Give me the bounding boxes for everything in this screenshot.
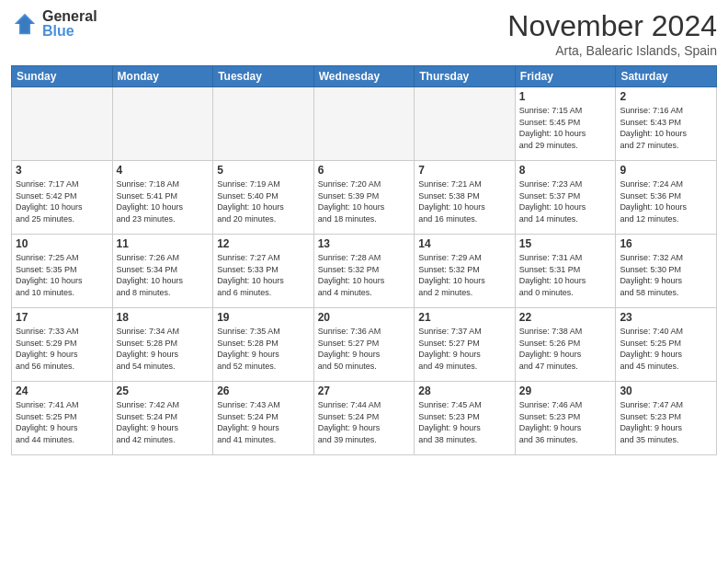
day-info: Sunrise: 7:36 AM Sunset: 5:27 PM Dayligh… (318, 326, 411, 372)
day-info: Sunrise: 7:47 AM Sunset: 5:23 PM Dayligh… (620, 399, 712, 445)
calendar-cell: 10Sunrise: 7:25 AM Sunset: 5:35 PM Dayli… (12, 235, 113, 308)
header: General Blue November 2024 Arta, Baleari… (11, 9, 717, 58)
th-wednesday: Wednesday (313, 66, 415, 87)
day-number: 24 (16, 385, 108, 397)
day-info: Sunrise: 7:44 AM Sunset: 5:24 PM Dayligh… (318, 399, 411, 445)
day-number: 19 (217, 311, 310, 324)
th-sunday: Sunday (12, 66, 113, 87)
day-number: 6 (318, 164, 411, 177)
day-info: Sunrise: 7:16 AM Sunset: 5:43 PM Dayligh… (620, 105, 712, 151)
day-info: Sunrise: 7:27 AM Sunset: 5:33 PM Dayligh… (217, 252, 310, 298)
calendar-cell: 15Sunrise: 7:31 AM Sunset: 5:31 PM Dayli… (515, 235, 616, 308)
calendar-cell (415, 87, 516, 161)
calendar-cell: 21Sunrise: 7:37 AM Sunset: 5:27 PM Dayli… (415, 308, 516, 382)
title-block: November 2024 Arta, Balearic Islands, Sp… (507, 9, 717, 58)
calendar-cell: 2Sunrise: 7:16 AM Sunset: 5:43 PM Daylig… (616, 87, 717, 161)
day-number: 20 (318, 311, 411, 324)
day-number: 22 (519, 311, 612, 324)
day-info: Sunrise: 7:34 AM Sunset: 5:28 PM Dayligh… (117, 326, 210, 372)
day-number: 5 (217, 164, 310, 177)
day-info: Sunrise: 7:35 AM Sunset: 5:28 PM Dayligh… (217, 326, 310, 372)
day-info: Sunrise: 7:46 AM Sunset: 5:23 PM Dayligh… (519, 399, 612, 445)
day-number: 17 (16, 311, 108, 324)
calendar-cell: 25Sunrise: 7:42 AM Sunset: 5:24 PM Dayli… (112, 382, 213, 455)
day-info: Sunrise: 7:15 AM Sunset: 5:45 PM Dayligh… (519, 105, 612, 151)
calendar-cell: 26Sunrise: 7:43 AM Sunset: 5:24 PM Dayli… (213, 382, 314, 455)
calendar-cell: 9Sunrise: 7:24 AM Sunset: 5:36 PM Daylig… (616, 161, 717, 235)
day-info: Sunrise: 7:24 AM Sunset: 5:36 PM Dayligh… (620, 178, 712, 224)
day-number: 29 (519, 385, 612, 397)
calendar-cell: 11Sunrise: 7:26 AM Sunset: 5:34 PM Dayli… (112, 235, 213, 308)
day-number: 16 (620, 237, 712, 250)
calendar-cell: 7Sunrise: 7:21 AM Sunset: 5:38 PM Daylig… (415, 161, 516, 235)
calendar-cell: 1Sunrise: 7:15 AM Sunset: 5:45 PM Daylig… (515, 87, 616, 161)
calendar-cell: 8Sunrise: 7:23 AM Sunset: 5:37 PM Daylig… (515, 161, 616, 235)
logo-blue-text: Blue (42, 24, 97, 39)
calendar-cell: 5Sunrise: 7:19 AM Sunset: 5:40 PM Daylig… (213, 161, 314, 235)
day-number: 25 (117, 385, 210, 397)
day-info: Sunrise: 7:41 AM Sunset: 5:25 PM Dayligh… (16, 399, 108, 445)
calendar-table: Sunday Monday Tuesday Wednesday Thursday… (11, 65, 717, 455)
calendar-cell: 28Sunrise: 7:45 AM Sunset: 5:23 PM Dayli… (415, 382, 516, 455)
location: Arta, Balearic Islands, Spain (507, 43, 717, 58)
day-info: Sunrise: 7:31 AM Sunset: 5:31 PM Dayligh… (519, 252, 612, 298)
day-info: Sunrise: 7:25 AM Sunset: 5:35 PM Dayligh… (16, 252, 108, 298)
day-info: Sunrise: 7:40 AM Sunset: 5:25 PM Dayligh… (620, 326, 712, 372)
week-row-3: 17Sunrise: 7:33 AM Sunset: 5:29 PM Dayli… (12, 308, 717, 382)
th-saturday: Saturday (616, 66, 717, 87)
day-info: Sunrise: 7:42 AM Sunset: 5:24 PM Dayligh… (117, 399, 210, 445)
week-row-1: 3Sunrise: 7:17 AM Sunset: 5:42 PM Daylig… (12, 161, 717, 235)
day-info: Sunrise: 7:45 AM Sunset: 5:23 PM Dayligh… (418, 399, 511, 445)
day-number: 26 (217, 385, 310, 397)
logo-general-text: General (42, 9, 97, 24)
day-info: Sunrise: 7:17 AM Sunset: 5:42 PM Dayligh… (16, 178, 108, 224)
day-number: 2 (620, 90, 712, 103)
calendar-cell: 14Sunrise: 7:29 AM Sunset: 5:32 PM Dayli… (415, 235, 516, 308)
day-number: 3 (16, 164, 108, 177)
calendar-cell: 20Sunrise: 7:36 AM Sunset: 5:27 PM Dayli… (313, 308, 415, 382)
week-row-0: 1Sunrise: 7:15 AM Sunset: 5:45 PM Daylig… (12, 87, 717, 161)
logo: General Blue (11, 9, 97, 39)
month-title: November 2024 (507, 9, 717, 43)
day-number: 12 (217, 237, 310, 250)
svg-marker-1 (17, 16, 33, 33)
calendar-cell: 3Sunrise: 7:17 AM Sunset: 5:42 PM Daylig… (12, 161, 113, 235)
day-number: 23 (620, 311, 712, 324)
day-number: 9 (620, 164, 712, 177)
day-info: Sunrise: 7:18 AM Sunset: 5:41 PM Dayligh… (117, 178, 210, 224)
day-number: 28 (418, 385, 511, 397)
calendar-cell: 4Sunrise: 7:18 AM Sunset: 5:41 PM Daylig… (112, 161, 213, 235)
calendar-cell (12, 87, 113, 161)
th-monday: Monday (112, 66, 213, 87)
day-number: 1 (519, 90, 612, 103)
calendar-cell: 18Sunrise: 7:34 AM Sunset: 5:28 PM Dayli… (112, 308, 213, 382)
header-row: Sunday Monday Tuesday Wednesday Thursday… (12, 66, 717, 87)
calendar-cell: 19Sunrise: 7:35 AM Sunset: 5:28 PM Dayli… (213, 308, 314, 382)
calendar-cell: 6Sunrise: 7:20 AM Sunset: 5:39 PM Daylig… (313, 161, 415, 235)
calendar-cell (112, 87, 213, 161)
calendar-cell: 27Sunrise: 7:44 AM Sunset: 5:24 PM Dayli… (313, 382, 415, 455)
day-number: 8 (519, 164, 612, 177)
calendar-cell: 12Sunrise: 7:27 AM Sunset: 5:33 PM Dayli… (213, 235, 314, 308)
day-info: Sunrise: 7:29 AM Sunset: 5:32 PM Dayligh… (418, 252, 511, 298)
calendar-cell: 22Sunrise: 7:38 AM Sunset: 5:26 PM Dayli… (515, 308, 616, 382)
th-friday: Friday (515, 66, 616, 87)
day-number: 4 (117, 164, 210, 177)
day-info: Sunrise: 7:37 AM Sunset: 5:27 PM Dayligh… (418, 326, 511, 372)
day-number: 27 (318, 385, 411, 397)
day-info: Sunrise: 7:38 AM Sunset: 5:26 PM Dayligh… (519, 326, 612, 372)
day-info: Sunrise: 7:23 AM Sunset: 5:37 PM Dayligh… (519, 178, 612, 224)
logo-text: General Blue (42, 9, 97, 39)
day-number: 7 (418, 164, 511, 177)
th-tuesday: Tuesday (213, 66, 314, 87)
calendar-cell (213, 87, 314, 161)
page-container: General Blue November 2024 Arta, Baleari… (0, 0, 728, 563)
day-info: Sunrise: 7:20 AM Sunset: 5:39 PM Dayligh… (318, 178, 411, 224)
day-number: 11 (117, 237, 210, 250)
week-row-2: 10Sunrise: 7:25 AM Sunset: 5:35 PM Dayli… (12, 235, 717, 308)
day-number: 15 (519, 237, 612, 250)
day-info: Sunrise: 7:19 AM Sunset: 5:40 PM Dayligh… (217, 178, 310, 224)
calendar-cell: 29Sunrise: 7:46 AM Sunset: 5:23 PM Dayli… (515, 382, 616, 455)
calendar-cell: 13Sunrise: 7:28 AM Sunset: 5:32 PM Dayli… (313, 235, 415, 308)
day-info: Sunrise: 7:21 AM Sunset: 5:38 PM Dayligh… (418, 178, 511, 224)
